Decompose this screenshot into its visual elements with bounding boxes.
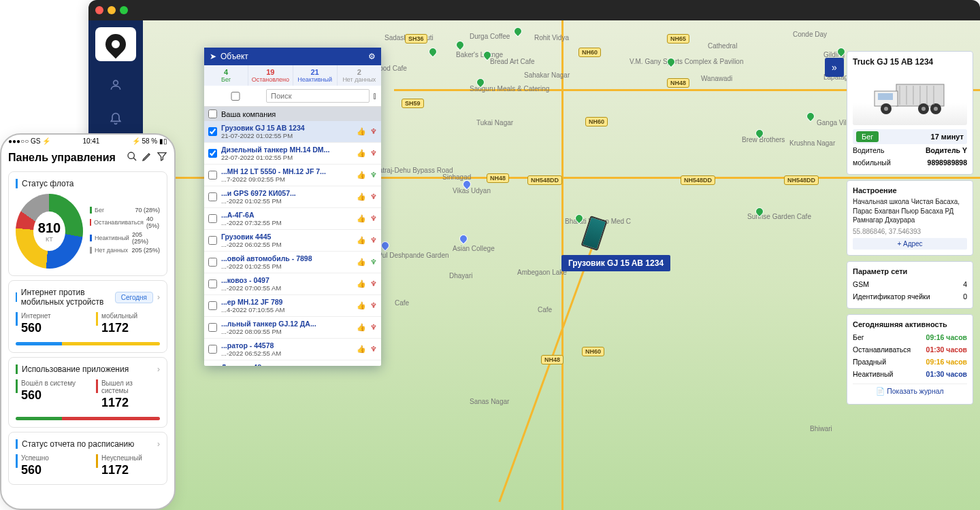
show-log-button[interactable]: 📄 Показать журнал [853,384,967,398]
map-place-label: Wanawadi [701,75,732,82]
thumb-icon[interactable]: 👍 [357,127,366,136]
company-checkbox[interactable] [208,109,217,118]
object-checkbox[interactable] [208,192,217,201]
activity-row: Неактивный01:30 часов [853,368,967,380]
object-stat[interactable]: 4Бег [204,65,248,86]
map-place-label: V.M. Gany Sports Complex & Pavilion [630,58,743,65]
road-shield: NH60 [582,347,604,356]
svg-point-5 [884,107,888,111]
thumb-icon[interactable]: 👍 [357,171,366,180]
company-row[interactable]: Ваша компания [204,107,381,121]
search-icon[interactable] [127,151,137,164]
object-checkbox[interactable] [208,236,217,245]
object-checkbox[interactable] [208,323,217,332]
driver-seat-icon[interactable]: ♆ [370,279,377,288]
thumb-icon[interactable]: 👍 [357,323,366,332]
road-shield: NH48 [667,78,689,88]
object-checkbox[interactable] [208,127,217,136]
driver-seat-icon[interactable]: ♆ [370,149,377,158]
address-text: Начальная школа Чистая Басаха, Парас Бха… [853,197,967,225]
chevron-right-icon[interactable]: › [157,292,160,302]
object-list-item[interactable]: Дизельный танкер MH.14 DM...22-07-2022 0… [204,143,381,165]
map-place-label: Ambegaon Lake [517,269,567,276]
map-place-label: Sahakar Nagar [524,71,570,79]
thumb-icon[interactable]: 👍 [357,214,366,223]
mobile-label: мобильный [853,158,891,167]
object-list-item[interactable]: ...ратор - 44578...-2022 06:52:55 AM 👍 ♆ [204,339,381,360]
map-place-label: Dhayari [449,272,472,279]
object-panel: ➤ Объект ⚙ 4Бег19Остановлено21Неактивный… [204,48,381,366]
object-list-item[interactable]: Грузовик 4445...-2022 06:02:55 PM 👍 ♆ [204,230,381,252]
app-logo[interactable] [95,27,136,61]
object-checkbox[interactable] [208,214,217,223]
map-area[interactable]: Sahakar NagarWanawadiTukai NagarDhayariA… [143,20,980,510]
object-list-item[interactable]: Грузовик GJ 15 AB 123421-07-2022 01:02:5… [204,121,381,143]
today-pill[interactable]: Сегодня [115,292,153,303]
search-input[interactable] [266,89,370,103]
object-checkbox[interactable] [208,258,217,267]
object-list-item[interactable]: ...льный танкер GJ.12 ДА......-2022 08:0… [204,317,381,339]
driver-seat-icon[interactable]: ♆ [370,127,377,136]
schedule-report-card: Статус отчета по расписанию › Успешно 56… [8,432,167,485]
thumb-icon[interactable]: 👍 [357,236,366,245]
select-all-checkbox[interactable] [208,92,263,101]
net-section-title: Интернет против мобильных устройств [21,288,111,307]
window-close-icon[interactable] [95,6,103,14]
driver-seat-icon[interactable]: ♆ [370,214,377,223]
network-card: Параметр сети GSM4 Идентификатор ячейки0 [847,261,973,309]
map-place-label: Bhiwari [810,425,832,432]
object-checkbox[interactable] [208,301,217,310]
collapse-right-panel-button[interactable]: » [825,58,844,77]
legend-item: Останавливаться40 (5%) [90,216,160,229]
map-place-label: Cafe [395,299,409,307]
driver-seat-icon[interactable]: ♆ [370,345,377,354]
object-list-item[interactable]: ...ер MH.12 JF 789...4-2022 07:10:55 AM … [204,295,381,317]
vehicle-title: Truck GJ 15 AB 1234 [853,57,967,67]
map-place-label: Conde Day [793,31,827,38]
object-checkbox[interactable] [208,345,217,354]
add-address-button[interactable]: + Адрес [853,238,967,250]
gear-icon[interactable]: ⚙ [368,52,376,61]
thumb-icon[interactable]: 👍 [357,279,366,288]
chevron-right-icon[interactable]: › [157,439,160,449]
window-maximize-icon[interactable] [120,6,128,14]
object-list-item[interactable]: ...ковоз - 0497...-2022 07:00:55 AM 👍 ♆ [204,273,381,295]
object-list-item[interactable]: ...А-4Г-6А...-2022 07:32:55 PM 👍 ♆ [204,208,381,230]
object-checkbox[interactable] [208,149,217,158]
accent-bar [16,439,18,449]
fleet-status-title: Статус флота [22,179,74,188]
driver-seat-icon[interactable]: ♆ [370,323,377,332]
accent-bar [16,364,18,374]
object-checkbox[interactable] [208,171,217,180]
legend-item: Неактивный205 (25%) [90,231,160,245]
thumb-icon[interactable]: 👍 [357,149,366,158]
object-stat[interactable]: 2Нет данных [338,65,381,86]
thumb-icon[interactable]: 👍 [357,345,366,354]
driver-seat-icon[interactable]: ♆ [370,192,377,201]
object-stat[interactable]: 21Неактивный [293,65,338,86]
filter-funnel-icon[interactable] [157,151,167,164]
truck-marker-label[interactable]: Грузовик GJ 15 AB 1234 [561,255,670,271]
window-minimize-icon[interactable] [108,6,116,14]
object-checkbox[interactable] [208,279,217,288]
object-list-item[interactable]: ...MH 12 LT 5550 - MH.12 JF 7......7-202… [204,165,381,186]
driver-seat-icon[interactable]: ♆ [370,258,377,267]
object-list-item[interactable]: Дизель - 48...14-2022 01:02:55 PM 👍 ♆ [204,360,381,366]
legend-item: Бег70 (28%) [90,207,160,214]
sidebar-item-users[interactable] [88,68,143,102]
driver-seat-icon[interactable]: ♆ [370,236,377,245]
thumb-icon[interactable]: 👍 [357,258,366,267]
object-stats-bar: 4Бег19Остановлено21Неактивный2Нет данных [204,65,381,86]
object-list-item[interactable]: ...и GPS 6972 КИ057......-2022 01:02:55 … [204,186,381,208]
thumb-icon[interactable]: 👍 [357,192,366,201]
edit-icon[interactable] [142,151,152,164]
filter-icon[interactable]: ⫿ [373,91,377,101]
chevron-right-icon[interactable]: › [157,364,160,374]
network-title: Параметр сети [853,267,967,275]
object-list-item[interactable]: ...овой автомобиль - 7898...-2022 01:02:… [204,252,381,273]
sidebar-item-alerts[interactable] [88,102,143,136]
object-stat[interactable]: 19Остановлено [248,65,293,86]
thumb-icon[interactable]: 👍 [357,301,366,310]
driver-seat-icon[interactable]: ♆ [370,301,377,310]
driver-seat-icon[interactable]: ♆ [370,171,377,180]
